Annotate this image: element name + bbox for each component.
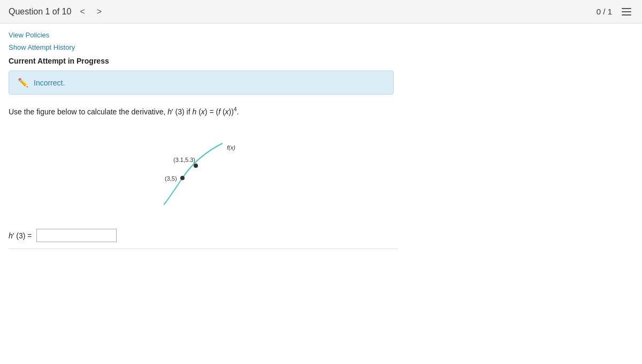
incorrect-banner: ✏️ Incorrect. [9, 71, 394, 95]
question-text: Use the figure below to calculate the de… [9, 105, 398, 118]
pencil-icon: ✏️ [18, 78, 28, 88]
view-policies-link[interactable]: View Policies [9, 30, 398, 40]
current-attempt-label: Current Attempt in Progress [9, 57, 398, 65]
svg-point-0 [180, 176, 185, 180]
svg-text:(3,5): (3,5) [165, 175, 177, 182]
next-arrow[interactable]: > [94, 6, 105, 18]
graph-container: (3,5) (3.1,5.3) f(x) [148, 127, 260, 213]
score-label: 0 / 1 [597, 7, 612, 16]
svg-point-2 [194, 164, 198, 168]
answer-row: h′ (3) = [9, 229, 398, 249]
answer-label: h′ (3) = [9, 231, 32, 240]
incorrect-text: Incorrect. [34, 79, 65, 87]
svg-text:(3.1,5.3): (3.1,5.3) [173, 157, 195, 163]
prev-arrow[interactable]: < [77, 6, 88, 18]
menu-icon[interactable] [620, 6, 633, 18]
answer-input[interactable] [36, 229, 117, 242]
question-label: Question 1 of 10 [9, 7, 71, 17]
show-attempt-history-link[interactable]: Show Attempt History [9, 42, 398, 52]
svg-text:f(x): f(x) [227, 144, 235, 151]
